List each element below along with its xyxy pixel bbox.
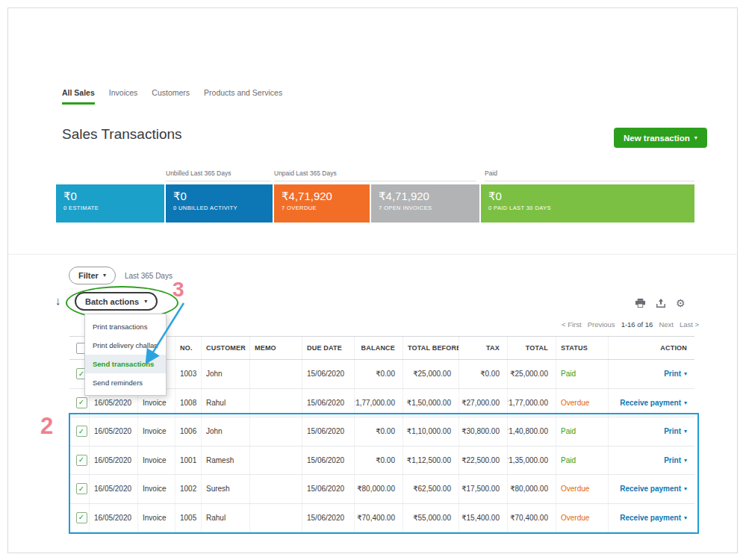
col-total[interactable]: TOTAL <box>508 337 556 359</box>
segment-amount: ₹4,71,920 <box>282 190 370 202</box>
sales-transactions-page: All Sales Invoices Customers Products an… <box>0 0 746 560</box>
pagination: < First Previous 1-16 of 16 Next Last > <box>562 320 699 329</box>
cell-tax: ₹30,800.00 <box>459 417 508 446</box>
export-icon[interactable] <box>656 298 666 308</box>
cell-tax: ₹17,500.00 <box>459 475 508 503</box>
row-checkbox[interactable]: ✓ <box>76 397 87 408</box>
row-action-link[interactable]: Receive payment ▾ <box>609 389 694 417</box>
gear-icon[interactable]: ⚙ <box>676 298 686 308</box>
caret-down-icon: ▾ <box>144 299 147 305</box>
segment-caption: 7 OVERDUE <box>282 205 370 211</box>
filter-label: Filter <box>78 271 99 280</box>
table-row: ✓ 16/05/2020 Invoice 1002 Suresh 15/06/2… <box>69 475 694 504</box>
money-segment-estimates[interactable]: ₹0 0 ESTIMATE <box>56 184 164 223</box>
page-title: Sales Transactions <box>62 126 182 143</box>
cell-status: Paid <box>556 447 609 475</box>
cell-date: 16/05/2020 <box>90 447 138 475</box>
date-range-text: Last 365 Days <box>125 272 172 280</box>
cell-total: ₹1,77,000.00 <box>508 389 556 417</box>
cell-no: 1002 <box>175 475 202 503</box>
row-checkbox[interactable]: ✓ <box>76 483 87 494</box>
money-bar-label-paid: Paid <box>485 169 694 181</box>
batch-actions-menu: Print transactions Print delivery challa… <box>84 314 167 396</box>
cell-status: Paid <box>556 360 609 388</box>
table-row: ✓ 16/05/2020 Invoice 1001 Ramesh 15/06/2… <box>69 447 694 476</box>
print-icon[interactable] <box>635 298 646 308</box>
tab-all-sales[interactable]: All Sales <box>62 88 95 105</box>
cell-balance: ₹0.00 <box>355 447 403 475</box>
money-segment-unbilled-activity[interactable]: ₹0 0 UNBILLED ACTIVITY <box>166 184 273 223</box>
cell-no: 1003 <box>175 360 202 388</box>
cell-date: 16/05/2020 <box>90 417 138 446</box>
menu-item-print-transactions[interactable]: Print transactions <box>85 317 166 336</box>
col-due-date[interactable]: DUE DATE <box>302 337 355 359</box>
cell-due-date: 15/06/2020 <box>302 417 355 446</box>
cell-total: ₹70,400.00 <box>508 504 556 532</box>
cell-customer: Suresh <box>202 475 250 503</box>
cell-total-before-tax: ₹25,000.00 <box>403 360 459 388</box>
col-status[interactable]: STATUS <box>556 337 609 359</box>
col-no[interactable]: NO. <box>175 337 202 359</box>
cell-total-before-tax: ₹1,10,000.00 <box>403 417 459 446</box>
col-action: ACTION <box>609 337 694 359</box>
segment-amount: ₹0 <box>63 190 164 202</box>
down-arrow-icon[interactable]: ↓ <box>55 294 61 307</box>
cell-status: Overdue <box>556 504 609 532</box>
cell-type: Invoice <box>138 504 175 532</box>
row-action-link[interactable]: Receive payment ▾ <box>609 504 694 532</box>
col-customer[interactable]: CUSTOMER <box>202 337 250 359</box>
cell-due-date: 15/06/2020 <box>302 389 355 417</box>
row-checkbox[interactable]: ✓ <box>76 426 87 437</box>
money-segment-open-invoices[interactable]: ₹4,71,920 7 OPEN INVOICES <box>371 184 479 223</box>
pagination-previous[interactable]: Previous <box>588 320 615 329</box>
pagination-first[interactable]: < First <box>562 320 582 329</box>
cell-status: Paid <box>556 417 609 446</box>
col-tax[interactable]: TAX <box>459 337 508 359</box>
cell-balance: ₹70,400.00 <box>355 504 403 532</box>
pagination-next[interactable]: Next <box>659 320 674 329</box>
money-segment-overdue[interactable]: ₹4,71,920 7 OVERDUE <box>274 184 370 223</box>
cell-balance: ₹80,000.00 <box>355 475 403 503</box>
col-total-before-tax[interactable]: TOTAL BEFORE TAX <box>403 337 459 359</box>
cell-memo <box>250 360 302 388</box>
menu-item-print-delivery-challan[interactable]: Print delivery challan <box>85 336 166 355</box>
cell-due-date: 15/06/2020 <box>302 360 355 388</box>
annotation-step-2: 2 <box>40 413 53 440</box>
tab-invoices[interactable]: Invoices <box>109 88 138 105</box>
tab-products-and-services[interactable]: Products and Services <box>204 88 282 105</box>
cell-total-before-tax: ₹62,500.00 <box>403 475 459 503</box>
cell-tax: ₹27,000.00 <box>459 389 508 417</box>
col-memo[interactable]: MEMO <box>250 337 302 359</box>
batch-actions-button[interactable]: Batch actions ▾ <box>75 292 158 311</box>
caret-down-icon: ▾ <box>684 399 687 406</box>
row-checkbox[interactable]: ✓ <box>76 455 87 466</box>
segment-amount: ₹4,71,920 <box>379 190 479 202</box>
money-segment-paid[interactable]: ₹0 0 PAID LAST 30 DAYS <box>481 184 694 223</box>
segment-caption: 0 PAID LAST 30 DAYS <box>488 205 694 211</box>
cell-balance: ₹0.00 <box>355 360 403 388</box>
cell-status: Overdue <box>556 475 609 503</box>
pagination-last[interactable]: Last > <box>680 320 699 329</box>
col-balance[interactable]: BALANCE <box>355 337 403 359</box>
row-action-link[interactable]: Print ▾ <box>609 417 694 446</box>
cell-total-before-tax: ₹55,000.00 <box>403 504 459 532</box>
cell-memo <box>250 417 302 446</box>
row-action-link[interactable]: Receive payment ▾ <box>609 475 694 503</box>
caret-down-icon: ▾ <box>684 457 687 464</box>
tab-customers[interactable]: Customers <box>152 88 190 105</box>
new-transaction-button[interactable]: New transaction ▾ <box>614 128 707 148</box>
segment-caption: 7 OPEN INVOICES <box>379 205 479 211</box>
cell-total-before-tax: ₹1,50,000.00 <box>403 389 459 417</box>
row-checkbox[interactable]: ✓ <box>76 512 87 523</box>
filter-button[interactable]: Filter ▾ <box>69 267 116 284</box>
annotation-step-3: 3 <box>172 278 184 302</box>
table-tool-icons: ⚙ <box>635 298 686 308</box>
money-bar-label-unbilled: Unbilled Last 365 Days <box>166 169 271 181</box>
menu-item-send-reminders[interactable]: Send reminders <box>85 373 166 392</box>
row-action-link[interactable]: Print ▾ <box>609 447 694 475</box>
cell-type: Invoice <box>138 417 175 446</box>
menu-item-send-transactions[interactable]: Send transactions <box>85 355 166 373</box>
cell-balance: ₹1,77,000.00 <box>355 389 403 417</box>
cell-due-date: 15/06/2020 <box>302 447 355 475</box>
row-action-link[interactable]: Print ▾ <box>609 360 694 388</box>
